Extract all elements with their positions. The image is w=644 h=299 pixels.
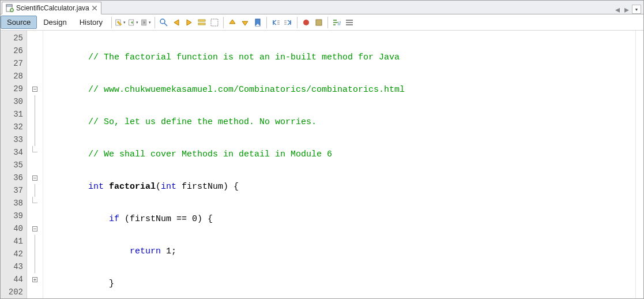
tabs-list-dropdown[interactable]: ▾ xyxy=(632,5,641,14)
line-number: 25 xyxy=(1,32,23,44)
svg-rect-14 xyxy=(211,19,218,26)
toggle-rectangular-selection-icon[interactable] xyxy=(209,17,220,28)
tabs-scroll-right-icon[interactable]: ▸ xyxy=(623,5,631,13)
code-text: return xyxy=(130,246,161,256)
line-number: 30 xyxy=(1,95,23,108)
tab-bar: ScientificCalculator.java ◂ ▸ ▾ xyxy=(1,1,643,14)
line-number: 41 xyxy=(1,235,23,248)
mode-source[interactable]: Source xyxy=(1,16,37,29)
tabs-scroll-left-icon[interactable]: ◂ xyxy=(613,5,622,13)
line-number-gutter: 25 26 27 28 29 30 31 32 33 34 35 36 37 3… xyxy=(1,31,27,298)
line-number: 28 xyxy=(1,70,23,83)
line-number: 34 xyxy=(1,146,23,159)
code-text: int xyxy=(161,182,176,192)
svg-text://: // xyxy=(338,21,341,27)
close-tab-icon[interactable] xyxy=(92,5,97,11)
previous-bookmark-icon[interactable] xyxy=(227,17,238,28)
line-number: 32 xyxy=(1,121,23,133)
fold-expand-icon[interactable]: + xyxy=(32,277,37,282)
code-text: } xyxy=(109,279,114,289)
code-text: 1; xyxy=(161,246,176,256)
code-text: factorial xyxy=(109,182,156,192)
separator xyxy=(223,17,224,28)
svg-rect-25 xyxy=(316,20,322,25)
stop-macro-recording-icon[interactable] xyxy=(314,17,324,28)
separator xyxy=(297,17,297,28)
last-edit-icon[interactable]: ▾ xyxy=(115,17,126,28)
separator xyxy=(111,17,112,28)
code-text: firstNum) { xyxy=(176,182,239,192)
line-number: 31 xyxy=(1,108,23,121)
svg-line-11 xyxy=(164,23,167,26)
line-number: 38 xyxy=(1,197,23,210)
start-macro-recording-icon[interactable] xyxy=(301,17,311,28)
code-text: (firstNum == 0) { xyxy=(119,214,213,224)
forward-icon[interactable]: ▾ xyxy=(141,17,151,28)
find-next-icon[interactable] xyxy=(184,17,194,28)
line-number: 27 xyxy=(1,57,23,70)
next-bookmark-icon[interactable] xyxy=(240,17,250,28)
fold-column: − − − + xyxy=(27,31,43,298)
editor-window: ScientificCalculator.java ◂ ▸ ▾ Source D… xyxy=(0,0,644,299)
find-selection-icon[interactable] xyxy=(159,17,169,28)
back-icon[interactable]: ▾ xyxy=(128,17,138,28)
separator xyxy=(266,17,267,28)
find-previous-icon[interactable] xyxy=(171,17,182,28)
file-tab-label: ScientificCalculator.java xyxy=(16,4,89,12)
svg-rect-13 xyxy=(198,23,205,25)
code-text: // The factorial function is not an in-b… xyxy=(88,53,400,62)
line-number: 43 xyxy=(1,260,23,273)
line-number: 44 xyxy=(1,273,23,286)
code-editor[interactable]: 25 26 27 28 29 30 31 32 33 34 35 36 37 3… xyxy=(1,31,643,298)
svg-point-24 xyxy=(303,20,309,25)
shift-right-icon[interactable] xyxy=(283,17,293,28)
svg-rect-1 xyxy=(6,5,12,6)
code-text: if xyxy=(109,214,119,224)
code-text: // www.chukwuemekasamuel.com/Combinatori… xyxy=(88,85,405,95)
fold-toggle-icon[interactable]: − xyxy=(32,87,37,92)
line-number: 39 xyxy=(1,210,23,222)
line-number: 35 xyxy=(1,159,23,171)
line-number: 42 xyxy=(1,248,23,260)
mode-design[interactable]: Design xyxy=(37,16,73,29)
editor-toolbar: Source Design History ▾ ▾ ▾ // xyxy=(1,14,643,31)
separator xyxy=(327,17,328,28)
toggle-highlight-icon[interactable] xyxy=(197,17,207,28)
code-text: int xyxy=(88,182,104,192)
toggle-bookmark-icon[interactable] xyxy=(253,17,263,28)
line-number: 40 xyxy=(1,222,23,235)
line-number: 29 xyxy=(1,83,23,95)
line-number: 36 xyxy=(1,171,23,184)
svg-rect-12 xyxy=(198,20,205,21)
fold-toggle-icon[interactable]: − xyxy=(32,226,37,231)
code-text: // We shall cover Methods in detail in M… xyxy=(88,150,332,159)
fold-toggle-icon[interactable]: − xyxy=(32,175,37,181)
java-class-icon xyxy=(6,4,14,12)
error-stripe[interactable] xyxy=(635,31,643,298)
svg-point-10 xyxy=(160,19,165,24)
file-tab[interactable]: ScientificCalculator.java xyxy=(2,2,101,14)
shift-left-icon[interactable] xyxy=(270,17,281,28)
comment-icon[interactable]: // xyxy=(332,17,342,28)
line-number: 202 xyxy=(1,286,23,298)
line-number: 33 xyxy=(1,133,23,146)
mode-history[interactable]: History xyxy=(73,16,109,29)
uncomment-icon[interactable] xyxy=(344,17,355,28)
code-text: // So, let us define the method. No worr… xyxy=(88,117,317,127)
code-area[interactable]: // The factorial function is not an in-b… xyxy=(43,31,635,298)
tab-nav: ◂ ▸ ▾ xyxy=(613,5,643,14)
line-number: 26 xyxy=(1,44,23,57)
line-number: 37 xyxy=(1,184,23,197)
separator xyxy=(155,17,155,28)
svg-rect-4 xyxy=(11,10,13,11)
